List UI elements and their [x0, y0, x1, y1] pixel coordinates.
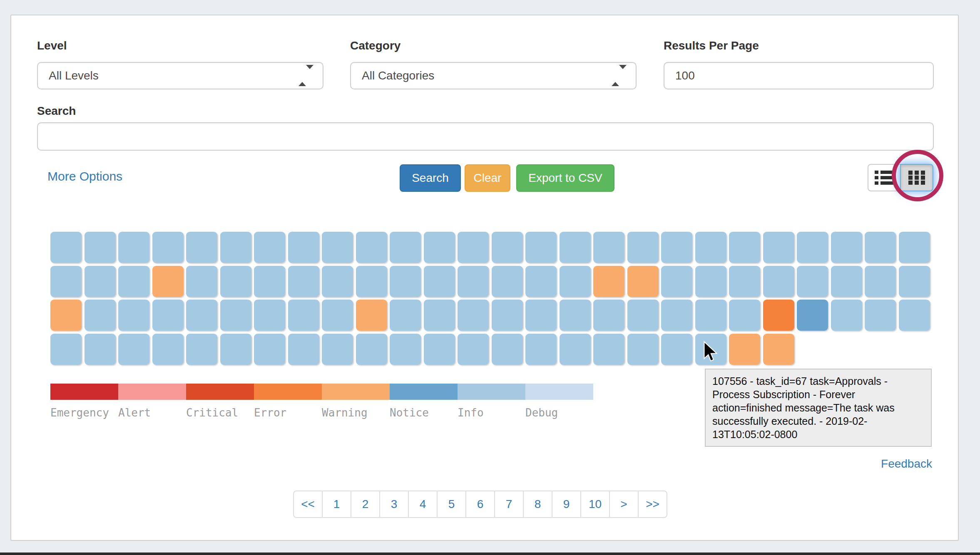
page-button-5[interactable]: 5: [437, 491, 466, 518]
log-tile-r2-c1[interactable]: [50, 266, 82, 297]
feedback-link[interactable]: Feedback: [881, 457, 932, 471]
log-tile-r4-c3[interactable]: [118, 334, 149, 365]
log-tile-r2-c17[interactable]: [593, 266, 624, 297]
log-tile-r3-c10[interactable]: [356, 300, 387, 331]
log-tile-r2-c19[interactable]: [661, 266, 692, 297]
log-tile-r4-c8[interactable]: [288, 334, 319, 365]
log-tile-r4-c21[interactable]: [729, 334, 760, 365]
log-tile-r1-c7[interactable]: [254, 232, 285, 263]
page-button-6[interactable]: 6: [465, 491, 495, 518]
log-tile-r1-c12[interactable]: [424, 232, 455, 263]
log-tile-r3-c25[interactable]: [865, 300, 896, 331]
log-tile-r2-c20[interactable]: [695, 266, 726, 297]
category-select[interactable]: All Categories: [350, 62, 637, 89]
log-tile-r1-c13[interactable]: [458, 232, 489, 263]
log-tile-r2-c9[interactable]: [322, 266, 353, 297]
log-tile-r4-c6[interactable]: [220, 334, 251, 365]
log-tile-r4-c22[interactable]: [763, 334, 794, 365]
log-tile-r1-c3[interactable]: [118, 232, 149, 263]
log-tile-r2-c10[interactable]: [356, 266, 387, 297]
log-tile-r3-c5[interactable]: [186, 300, 217, 331]
page-button-next[interactable]: >: [609, 491, 639, 518]
log-tile-r2-c2[interactable]: [85, 266, 116, 297]
log-tile-r3-c7[interactable]: [254, 300, 285, 331]
log-tile-r3-c20[interactable]: [695, 300, 726, 331]
log-tile-r3-c9[interactable]: [322, 300, 353, 331]
log-tile-r2-c18[interactable]: [627, 266, 659, 297]
log-tile-r1-c24[interactable]: [831, 232, 862, 263]
log-tile-r3-c19[interactable]: [661, 300, 692, 331]
log-tile-r3-c3[interactable]: [118, 300, 149, 331]
log-tile-r2-c22[interactable]: [763, 266, 794, 297]
log-tile-r2-c8[interactable]: [288, 266, 319, 297]
log-tile-r2-c6[interactable]: [220, 266, 251, 297]
log-tile-r4-c12[interactable]: [424, 334, 455, 365]
log-tile-r2-c7[interactable]: [254, 266, 285, 297]
log-tile-r1-c4[interactable]: [152, 232, 184, 263]
log-tile-r3-c1[interactable]: [50, 300, 82, 331]
log-tile-r4-c18[interactable]: [627, 334, 659, 365]
log-tile-r1-c22[interactable]: [763, 232, 794, 263]
log-tile-r2-c16[interactable]: [560, 266, 591, 297]
log-tile-r1-c5[interactable]: [186, 232, 217, 263]
log-tile-r4-c1[interactable]: [50, 334, 82, 365]
clear-button[interactable]: Clear: [465, 164, 510, 192]
log-tile-r3-c16[interactable]: [560, 300, 591, 331]
log-tile-r1-c16[interactable]: [560, 232, 591, 263]
search-input[interactable]: [37, 122, 934, 151]
export-csv-button[interactable]: Export to CSV: [516, 164, 614, 192]
log-tile-r4-c4[interactable]: [152, 334, 184, 365]
log-tile-r4-c17[interactable]: [593, 334, 624, 365]
log-tile-r3-c24[interactable]: [831, 300, 862, 331]
log-tile-r1-c10[interactable]: [356, 232, 387, 263]
log-tile-r1-c8[interactable]: [288, 232, 319, 263]
log-tile-r1-c2[interactable]: [85, 232, 116, 263]
log-tile-r3-c18[interactable]: [627, 300, 659, 331]
log-tile-r2-c14[interactable]: [492, 266, 523, 297]
log-tile-r3-c2[interactable]: [85, 300, 116, 331]
log-tile-r1-c23[interactable]: [797, 232, 828, 263]
page-button-last[interactable]: >>: [638, 491, 667, 518]
page-button-2[interactable]: 2: [351, 491, 380, 518]
log-tile-r4-c5[interactable]: [186, 334, 217, 365]
log-tile-r2-c23[interactable]: [797, 266, 828, 297]
log-tile-r1-c19[interactable]: [661, 232, 692, 263]
page-button-1[interactable]: 1: [322, 491, 351, 518]
log-tile-r4-c16[interactable]: [560, 334, 591, 365]
page-button-7[interactable]: 7: [494, 491, 524, 518]
log-tile-r3-c17[interactable]: [593, 300, 624, 331]
log-tile-r2-c26[interactable]: [899, 266, 930, 297]
log-tile-r4-c7[interactable]: [254, 334, 285, 365]
log-tile-r4-c13[interactable]: [458, 334, 489, 365]
log-tile-r3-c22[interactable]: [763, 300, 794, 331]
log-tile-r3-c11[interactable]: [390, 300, 421, 331]
log-tile-r4-c19[interactable]: [661, 334, 692, 365]
log-tile-r2-c15[interactable]: [525, 266, 557, 297]
log-tile-r3-c13[interactable]: [458, 300, 489, 331]
results-per-page-input[interactable]: [664, 62, 934, 89]
page-button-first[interactable]: <<: [293, 491, 323, 518]
log-tile-r4-c11[interactable]: [390, 334, 421, 365]
log-tile-r1-c25[interactable]: [865, 232, 896, 263]
log-tile-r2-c25[interactable]: [865, 266, 896, 297]
log-tile-r1-c6[interactable]: [220, 232, 251, 263]
log-tile-r4-c10[interactable]: [356, 334, 387, 365]
log-tile-r2-c24[interactable]: [831, 266, 862, 297]
log-tile-r3-c23[interactable]: [797, 300, 828, 331]
log-tile-r3-c26[interactable]: [899, 300, 930, 331]
log-tile-r4-c15[interactable]: [525, 334, 557, 365]
log-tile-r3-c14[interactable]: [492, 300, 523, 331]
log-tile-r4-c14[interactable]: [492, 334, 523, 365]
log-tile-r2-c3[interactable]: [118, 266, 149, 297]
page-button-9[interactable]: 9: [552, 491, 581, 518]
page-button-4[interactable]: 4: [408, 491, 438, 518]
log-tile-r2-c4[interactable]: [152, 266, 184, 297]
log-tile-r1-c26[interactable]: [899, 232, 930, 263]
search-button[interactable]: Search: [400, 164, 461, 192]
log-tile-r3-c21[interactable]: [729, 300, 760, 331]
log-tile-r4-c2[interactable]: [85, 334, 116, 365]
log-tile-r1-c14[interactable]: [492, 232, 523, 263]
log-tile-r3-c4[interactable]: [152, 300, 184, 331]
page-button-10[interactable]: 10: [580, 491, 610, 518]
log-tile-r1-c1[interactable]: [50, 232, 82, 263]
